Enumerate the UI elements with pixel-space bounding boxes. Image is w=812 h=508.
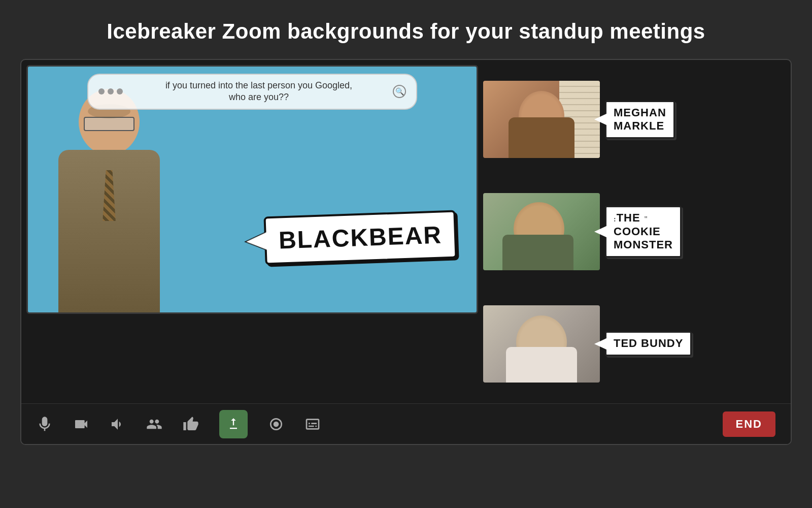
zoom-window: if you turned into the last person you G… (20, 59, 792, 445)
participant-bg-2 (483, 193, 600, 270)
person3-body (506, 347, 577, 383)
person-glasses (84, 117, 134, 131)
participant-thumb-2 (483, 193, 600, 270)
toolbar: END (21, 403, 791, 444)
participants-panel: MEGHANMARKLE :THE "COOKIEMONSTER (478, 60, 791, 403)
microphone-icon (37, 416, 53, 432)
person-tie (101, 170, 117, 221)
participant-row-3: TED BUNDY (483, 289, 786, 398)
svg-point-1 (274, 421, 279, 427)
speech-bubble-text: BLACKBEAR (278, 221, 443, 253)
dot-1 (98, 88, 105, 94)
reactions-icon (183, 416, 199, 432)
camera-icon (73, 416, 89, 432)
audio-button[interactable] (110, 416, 126, 432)
participant-row-1: MEGHANMARKLE (483, 65, 786, 174)
name-tag-1: MEGHANMARKLE (605, 101, 675, 139)
record-icon (268, 416, 284, 432)
speech-bubble: BLACKBEAR (263, 210, 457, 265)
share-screen-button[interactable] (219, 410, 248, 438)
camera-button[interactable] (73, 416, 89, 432)
end-meeting-button[interactable]: END (723, 411, 775, 437)
person2-body (502, 235, 573, 270)
participant-name-2: :THE "COOKIEMONSTER (614, 211, 673, 251)
share-arrow-icon (226, 417, 241, 431)
participants-button[interactable] (146, 416, 162, 432)
toolbar-controls (37, 410, 321, 438)
participant-row-2: :THE "COOKIEMONSTER (483, 177, 786, 287)
speaker-icon (110, 416, 126, 432)
reactions-button[interactable] (183, 416, 199, 432)
main-person-figure (38, 89, 180, 312)
participant-bg-3 (483, 305, 600, 383)
dot-2 (108, 88, 114, 94)
name-tag-2: :THE "COOKIEMONSTER (605, 206, 682, 257)
participant-bg-1 (483, 81, 600, 158)
record-button[interactable] (268, 416, 284, 432)
page-title: Icebreaker Zoom backgrounds for your sta… (0, 0, 812, 59)
participants-icon (146, 416, 162, 432)
browser-bar: if you turned into the last person you G… (87, 74, 417, 110)
participant-thumb-1 (483, 81, 600, 158)
participant-name-3: TED BUNDY (614, 337, 683, 350)
search-icon: 🔍 (393, 85, 406, 98)
captions-button[interactable] (304, 416, 321, 432)
participant-thumb-3 (483, 305, 600, 383)
person1-body (509, 117, 574, 158)
dot-3 (117, 88, 123, 94)
zoom-content-area: if you turned into the last person you G… (21, 60, 791, 403)
mic-button[interactable] (37, 416, 53, 432)
browser-dots (98, 88, 123, 94)
participant-name-1: MEGHANMARKLE (614, 106, 666, 133)
person-body (58, 150, 160, 312)
name-tag-3: TED BUNDY (605, 331, 692, 356)
captions-icon (304, 416, 321, 432)
main-video-panel: if you turned into the last person you G… (26, 65, 478, 314)
browser-query-text: if you turned into the last person you G… (129, 80, 389, 104)
